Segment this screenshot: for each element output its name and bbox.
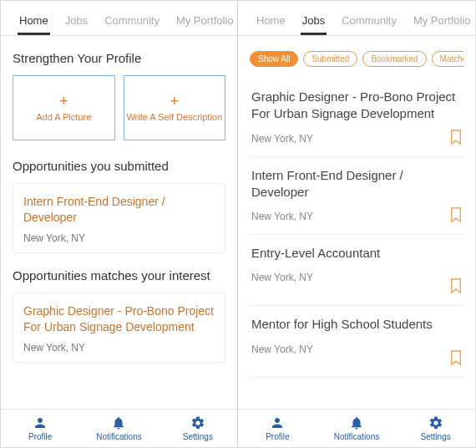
chip-bookmarked[interactable]: Bookmarked (362, 51, 426, 67)
matches-title: Opportunities matches your interest (13, 268, 225, 283)
tab-community[interactable]: Community (96, 14, 168, 35)
add-description-card[interactable]: + Write A Self Description (124, 75, 226, 140)
tab-home[interactable]: Home (248, 14, 294, 35)
strengthen-title: Strengthen Your Profile (13, 51, 225, 65)
bottom-nav: Profile Notifications Settings (1, 409, 237, 447)
tab-jobs[interactable]: Jobs (294, 14, 333, 35)
nav-profile[interactable]: Profile (238, 410, 317, 447)
top-nav: Home Jobs Community My Portfolio (1, 1, 237, 36)
screen-jobs: Home Jobs Community My Portfolio Show Al… (238, 1, 475, 447)
strengthen-row: + Add A Picture + Write A Self Descripti… (13, 75, 225, 140)
screen-home: Home Jobs Community My Portfolio Strengt… (1, 1, 238, 447)
match-job-location: New York, NY (23, 342, 215, 354)
job-title: Mentor for High School Students (251, 316, 462, 333)
job-title: Entry-Level Accountant (251, 245, 462, 262)
tab-home[interactable]: Home (11, 14, 57, 35)
nav-settings-label: Settings (421, 432, 451, 441)
bookmark-icon[interactable] (450, 350, 462, 365)
nav-profile-label: Profile (28, 432, 52, 441)
top-nav: Home Jobs Community My Portfolio (238, 1, 475, 36)
profile-icon (33, 415, 48, 430)
tab-portfolio[interactable]: My Portfolio (405, 14, 475, 35)
plus-icon: + (59, 94, 68, 109)
bell-icon (349, 415, 364, 430)
add-picture-label: Add A Picture (36, 112, 91, 122)
plus-icon: + (170, 94, 179, 109)
nav-notifications[interactable]: Notifications (79, 410, 158, 447)
gear-icon (428, 415, 443, 430)
bookmark-icon[interactable] (450, 278, 462, 293)
bell-icon (111, 415, 126, 430)
submitted-title: Opportunities you submitted (13, 159, 225, 173)
nav-settings[interactable]: Settings (396, 410, 475, 447)
match-job-title: Graphic Designer - Pro-Bono Project For … (23, 303, 215, 335)
job-item[interactable]: Graphic Designer - Pro-Bono Project For … (250, 79, 463, 157)
chip-show-all[interactable]: Show All (250, 51, 298, 67)
submitted-card[interactable]: Intern Front-End Designer / Developer Ne… (13, 183, 225, 253)
job-item[interactable]: Intern Front-End Designer / Developer Ne… (250, 157, 463, 236)
match-card[interactable]: Graphic Designer - Pro-Bono Project For … (13, 293, 225, 363)
nav-notifications-label: Notifications (334, 432, 379, 441)
job-location: New York, NY (251, 272, 462, 283)
bookmark-icon[interactable] (450, 130, 462, 145)
filter-chips: Show All Submitted Bookmarked Matched Yo… (250, 51, 463, 67)
gear-icon (190, 415, 205, 430)
nav-profile[interactable]: Profile (1, 410, 79, 447)
job-title: Graphic Designer - Pro-Bono Project For … (251, 89, 462, 123)
nav-settings-label: Settings (183, 432, 213, 441)
submitted-job-location: New York, NY (23, 232, 215, 244)
job-item[interactable]: Entry-Level Accountant New York, NY (250, 235, 463, 306)
bookmark-icon[interactable] (450, 207, 462, 222)
tab-jobs[interactable]: Jobs (57, 14, 96, 35)
job-item[interactable]: Mentor for High School Students New York… (250, 306, 463, 377)
tab-portfolio[interactable]: My Portfolio (168, 14, 237, 35)
nav-notifications[interactable]: Notifications (317, 410, 397, 447)
job-location: New York, NY (251, 344, 462, 355)
chip-matched[interactable]: Matched Your Interest (432, 51, 463, 67)
nav-notifications-label: Notifications (96, 432, 141, 441)
add-picture-card[interactable]: + Add A Picture (13, 75, 115, 140)
chip-submitted[interactable]: Submitted (303, 51, 357, 67)
bottom-nav: Profile Notifications Settings (238, 409, 475, 447)
job-title: Intern Front-End Designer / Developer (251, 167, 462, 201)
job-location: New York, NY (251, 133, 462, 145)
nav-settings[interactable]: Settings (159, 410, 237, 447)
nav-profile-label: Profile (266, 432, 289, 441)
job-location: New York, NY (251, 211, 462, 222)
home-content: Strengthen Your Profile + Add A Picture … (1, 36, 237, 409)
add-description-label: Write A Self Description (126, 112, 222, 122)
tab-community[interactable]: Community (333, 14, 405, 35)
submitted-job-title: Intern Front-End Designer / Developer (23, 194, 215, 226)
jobs-content: Show All Submitted Bookmarked Matched Yo… (238, 36, 475, 409)
profile-icon (270, 415, 285, 430)
